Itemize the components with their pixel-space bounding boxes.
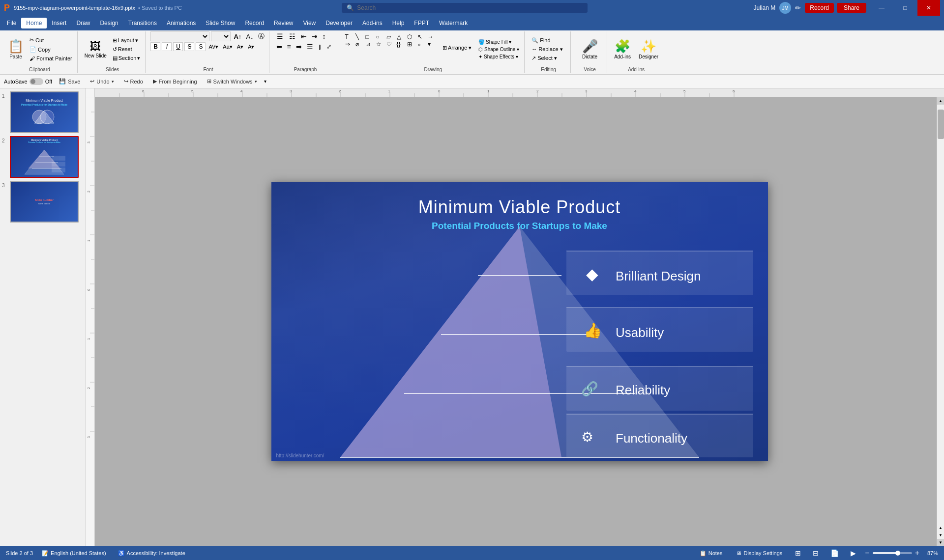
menu-item-animations[interactable]: Animations [162,18,201,28]
redo-button[interactable]: ↪ Redo [121,77,146,85]
zoom-slider[interactable] [873,552,912,554]
shape-fill-button[interactable]: 🪣 Shape Fill ▾ [476,39,521,45]
slide-thumbnail-1[interactable]: 1 Minimum Viable Product Potential Produ… [2,91,84,133]
slide-img-1[interactable]: Minimum Viable Product Potential Product… [10,91,79,133]
shapes-palette[interactable]: T ╲ □ ○ ▱ △ ⬡ ↖ → ⇒ ⌀ ⊿ ☆ ♡ {} ⊞ ⬦ ▾ [345,33,438,48]
quick-styles-button[interactable] [440,53,475,55]
undo-dropdown-icon[interactable]: ▾ [112,79,114,84]
display-settings-button[interactable]: 🖥 Display Settings [732,549,786,557]
autosave-toggle[interactable] [30,78,43,85]
close-button[interactable]: ✕ [917,0,940,16]
notes-panel-button[interactable]: 📋 Notes [696,549,727,558]
search-bar[interactable]: 🔍 [342,3,588,13]
increase-indent-button[interactable]: ⇥ [310,32,320,41]
switch-windows-dropdown-icon[interactable]: ▾ [255,79,257,84]
decrease-indent-button[interactable]: ⇤ [299,32,309,41]
save-button[interactable]: 💾 Save [56,77,83,85]
arrange-button[interactable]: ⊞ Arrange ▾ [440,44,475,52]
font-color-button[interactable]: A▾ [236,43,245,51]
user-avatar[interactable]: JM [779,2,791,14]
bullets-button[interactable]: ☰ [274,31,286,41]
switch-windows-button[interactable]: ⊞ Switch Windows ▾ [204,77,260,85]
text-direction-button[interactable]: ⤢ [324,43,333,51]
char-spacing-button[interactable]: AV▾ [207,43,220,51]
shape-outline-button[interactable]: ⬡ Shape Outline ▾ [476,46,521,53]
shape-effects-button[interactable]: ✦ Shape Effects ▾ [476,54,521,60]
menu-item-design[interactable]: Design [95,18,123,28]
menu-item-review[interactable]: Review [269,18,298,28]
share-button[interactable]: Share [837,3,866,13]
minimize-button[interactable]: — [870,0,893,16]
add-ins-button[interactable]: 🧩 Add-ins [612,38,633,60]
select-button[interactable]: ↗ Select ▾ [530,55,567,62]
pen-icon[interactable]: ✏ [795,4,801,12]
clear-format-button[interactable]: Ⓐ [257,31,266,41]
accessibility-button[interactable]: ♿ Accessibility: Investigate [115,549,188,558]
slide-img-3[interactable]: Slide number some content [10,181,79,223]
menu-item-fppt[interactable]: FPPT [409,18,434,28]
menu-item-draw[interactable]: Draw [71,18,95,28]
menu-item-help[interactable]: Help [387,18,410,28]
align-left-button[interactable]: ⬅ [274,42,284,51]
paste-button[interactable]: 📋 Paste [5,37,27,61]
align-center-button[interactable]: ≡ [285,42,293,51]
numbering-button[interactable]: ☷ [287,31,298,41]
maximize-button[interactable]: □ [894,0,916,16]
scroll-down-button[interactable]: ▼ [937,539,944,546]
slide-thumbnail-3[interactable]: 3 Slide number some content [2,181,84,223]
case-button[interactable]: Aa▾ [221,43,234,51]
designer-button[interactable]: ✨ Designer [637,38,660,60]
format-painter-button[interactable]: 🖌 Format Painter [28,55,74,62]
line-spacing-button[interactable]: ↕ [321,32,328,41]
layout-button[interactable]: ⊞ Layout ▾ [111,37,143,44]
columns-button[interactable]: ⫿ [316,42,324,51]
menu-item-home[interactable]: Home [21,18,47,28]
search-input[interactable] [357,4,573,11]
italic-button[interactable]: I [162,42,172,51]
scroll-up-button[interactable]: ▲ [937,97,944,105]
menu-item-addins[interactable]: Add-ins [357,18,387,28]
cut-button[interactable]: ✂ Cut [28,36,74,44]
slide-sorter-button[interactable]: ⊟ [810,548,822,558]
decrease-font-button[interactable]: A↓ [244,32,255,41]
reading-view-button[interactable]: 📄 [827,548,842,558]
from-beginning-button[interactable]: ▶ From Beginning [150,77,200,85]
bold-button[interactable]: B [150,42,160,51]
copy-button[interactable]: 📄 Copy [28,45,74,54]
customize-qat-icon[interactable]: ▾ [264,79,266,84]
menu-item-slideshow[interactable]: Slide Show [201,18,240,28]
record-button[interactable]: Record [805,3,834,13]
slide-canvas[interactable]: Minimum Viable Product Potential Product… [271,182,768,461]
scroll-thumb[interactable] [938,110,944,139]
align-right-button[interactable]: ➡ [294,42,304,51]
menu-item-insert[interactable]: Insert [47,18,71,28]
reset-button[interactable]: ↺ Reset [111,46,143,53]
font-size-select[interactable] [211,31,231,41]
shadow-button[interactable]: S [196,42,206,51]
menu-item-file[interactable]: File [2,18,21,28]
dictate-button[interactable]: 🎤 Dictate [580,38,600,60]
scroll-down-arrow1[interactable]: ▲ [937,524,944,532]
font-name-select[interactable] [150,31,209,41]
scroll-down-arrow2[interactable]: ▼ [937,532,944,539]
strikethrough-button[interactable]: S [184,42,194,51]
menu-item-record[interactable]: Record [240,18,269,28]
section-button[interactable]: ▤ Section ▾ [111,55,143,62]
undo-button[interactable]: ↩ Undo ▾ [87,77,117,85]
menu-item-developer[interactable]: Developer [321,18,357,28]
notes-button[interactable]: 📝 English (United States) [39,549,109,558]
underline-button[interactable]: U [173,42,183,51]
zoom-out-button[interactable]: − [865,549,869,558]
slideshow-view-button[interactable]: ▶ [848,548,859,558]
zoom-level[interactable]: 87% [922,550,938,556]
menu-item-transitions[interactable]: Transitions [123,18,162,28]
replace-button[interactable]: ↔ Replace ▾ [530,46,567,53]
menu-item-watermark[interactable]: Watermark [434,18,472,28]
slide-img-2[interactable]: Minimum Viable Product Potential Product… [10,136,79,178]
zoom-in-button[interactable]: + [915,549,919,558]
find-button[interactable]: 🔍 Find [530,37,567,44]
increase-font-button[interactable]: A↑ [232,32,243,41]
new-slide-button[interactable]: 🖼 New Slide [83,39,109,59]
canvas-wrapper[interactable]: Minimum Viable Product Potential Product… [95,97,944,546]
normal-view-button[interactable]: ⊞ [792,548,804,558]
